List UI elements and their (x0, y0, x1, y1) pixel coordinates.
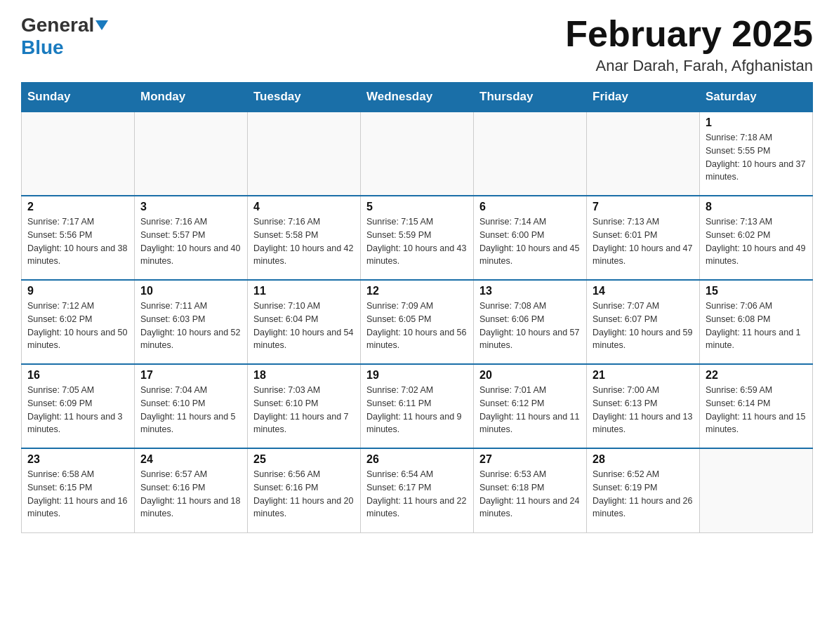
day-number: 26 (366, 453, 468, 466)
logo-triangle-icon (95, 20, 108, 30)
day-number: 21 (593, 369, 694, 382)
calendar-day-cell: 17Sunrise: 7:04 AM Sunset: 6:10 PM Dayli… (135, 364, 248, 448)
day-number: 6 (479, 201, 581, 213)
calendar-day-cell: 9Sunrise: 7:12 AM Sunset: 6:02 PM Daylig… (22, 280, 135, 364)
calendar-week-row: 2Sunrise: 7:17 AM Sunset: 5:56 PM Daylig… (22, 196, 813, 280)
day-number: 17 (140, 369, 241, 382)
calendar-day-cell: 19Sunrise: 7:02 AM Sunset: 6:11 PM Dayli… (361, 364, 474, 448)
day-number: 13 (479, 285, 581, 297)
calendar-day-cell: 7Sunrise: 7:13 AM Sunset: 6:01 PM Daylig… (587, 196, 700, 280)
day-info: Sunrise: 6:56 AM Sunset: 6:16 PM Dayligh… (253, 468, 355, 521)
day-number: 19 (366, 369, 468, 382)
day-info: Sunrise: 7:17 AM Sunset: 5:56 PM Dayligh… (27, 215, 128, 268)
day-info: Sunrise: 7:12 AM Sunset: 6:02 PM Dayligh… (27, 300, 128, 352)
svg-marker-0 (95, 20, 108, 30)
day-info: Sunrise: 7:08 AM Sunset: 6:06 PM Dayligh… (479, 300, 581, 352)
calendar-day-cell: 8Sunrise: 7:13 AM Sunset: 6:02 PM Daylig… (700, 196, 813, 280)
day-number: 16 (27, 369, 128, 382)
header-wednesday: Wednesday (361, 83, 474, 112)
day-info: Sunrise: 6:53 AM Sunset: 6:18 PM Dayligh… (479, 468, 581, 521)
calendar-day-cell: 11Sunrise: 7:10 AM Sunset: 6:04 PM Dayli… (248, 280, 361, 364)
day-number: 12 (366, 285, 468, 297)
day-number: 9 (27, 285, 128, 297)
day-info: Sunrise: 7:09 AM Sunset: 6:05 PM Dayligh… (366, 300, 468, 352)
calendar-day-cell: 18Sunrise: 7:03 AM Sunset: 6:10 PM Dayli… (248, 364, 361, 448)
calendar-day-cell (700, 448, 813, 532)
calendar-week-row: 1Sunrise: 7:18 AM Sunset: 5:55 PM Daylig… (22, 112, 813, 196)
logo-blue-text: Blue (21, 36, 64, 58)
header-saturday: Saturday (700, 83, 813, 112)
day-info: Sunrise: 6:52 AM Sunset: 6:19 PM Dayligh… (593, 468, 694, 521)
day-number: 14 (593, 285, 694, 297)
day-info: Sunrise: 7:13 AM Sunset: 6:01 PM Dayligh… (593, 215, 694, 268)
calendar-day-cell (474, 112, 587, 196)
day-number: 23 (27, 453, 128, 466)
calendar-day-cell: 3Sunrise: 7:16 AM Sunset: 5:57 PM Daylig… (135, 196, 248, 280)
calendar-day-cell: 26Sunrise: 6:54 AM Sunset: 6:17 PM Dayli… (361, 448, 474, 532)
day-number: 28 (593, 453, 694, 466)
day-number: 10 (140, 285, 241, 297)
calendar-day-cell: 4Sunrise: 7:16 AM Sunset: 5:58 PM Daylig… (248, 196, 361, 280)
calendar-day-cell: 14Sunrise: 7:07 AM Sunset: 6:07 PM Dayli… (587, 280, 700, 364)
day-info: Sunrise: 7:15 AM Sunset: 5:59 PM Dayligh… (366, 215, 468, 268)
day-number: 7 (593, 201, 694, 213)
calendar-day-cell: 1Sunrise: 7:18 AM Sunset: 5:55 PM Daylig… (700, 112, 813, 196)
day-number: 15 (706, 285, 807, 297)
day-info: Sunrise: 7:01 AM Sunset: 6:12 PM Dayligh… (479, 384, 581, 436)
day-number: 27 (479, 453, 581, 466)
day-number: 2 (27, 201, 128, 213)
calendar-day-cell: 21Sunrise: 7:00 AM Sunset: 6:13 PM Dayli… (587, 364, 700, 448)
day-info: Sunrise: 7:06 AM Sunset: 6:08 PM Dayligh… (706, 300, 807, 352)
calendar-title: February 2025 (565, 14, 813, 54)
calendar-day-cell: 24Sunrise: 6:57 AM Sunset: 6:16 PM Dayli… (135, 448, 248, 532)
day-number: 18 (253, 369, 355, 382)
header-friday: Friday (587, 83, 700, 112)
day-info: Sunrise: 6:58 AM Sunset: 6:15 PM Dayligh… (27, 468, 128, 521)
calendar-day-cell (587, 112, 700, 196)
calendar-day-cell: 25Sunrise: 6:56 AM Sunset: 6:16 PM Dayli… (248, 448, 361, 532)
calendar-day-cell: 27Sunrise: 6:53 AM Sunset: 6:18 PM Dayli… (474, 448, 587, 532)
day-number: 22 (706, 369, 807, 382)
day-number: 11 (253, 285, 355, 297)
calendar-day-cell: 28Sunrise: 6:52 AM Sunset: 6:19 PM Dayli… (587, 448, 700, 532)
day-info: Sunrise: 7:11 AM Sunset: 6:03 PM Dayligh… (140, 300, 241, 352)
calendar-day-cell (248, 112, 361, 196)
calendar-subtitle: Anar Darah, Farah, Afghanistan (565, 57, 813, 75)
calendar-day-cell: 10Sunrise: 7:11 AM Sunset: 6:03 PM Dayli… (135, 280, 248, 364)
header-thursday: Thursday (474, 83, 587, 112)
day-info: Sunrise: 7:03 AM Sunset: 6:10 PM Dayligh… (253, 384, 355, 436)
header-tuesday: Tuesday (248, 83, 361, 112)
day-number: 4 (253, 201, 355, 213)
day-info: Sunrise: 6:57 AM Sunset: 6:16 PM Dayligh… (140, 468, 241, 521)
calendar-day-cell: 16Sunrise: 7:05 AM Sunset: 6:09 PM Dayli… (22, 364, 135, 448)
calendar-day-cell: 12Sunrise: 7:09 AM Sunset: 6:05 PM Dayli… (361, 280, 474, 364)
day-info: Sunrise: 6:59 AM Sunset: 6:14 PM Dayligh… (706, 384, 807, 436)
day-info: Sunrise: 6:54 AM Sunset: 6:17 PM Dayligh… (366, 468, 468, 521)
calendar-day-cell: 5Sunrise: 7:15 AM Sunset: 5:59 PM Daylig… (361, 196, 474, 280)
calendar-week-row: 16Sunrise: 7:05 AM Sunset: 6:09 PM Dayli… (22, 364, 813, 448)
day-number: 1 (706, 116, 807, 129)
day-info: Sunrise: 7:16 AM Sunset: 5:58 PM Dayligh… (253, 215, 355, 268)
calendar-day-cell: 13Sunrise: 7:08 AM Sunset: 6:06 PM Dayli… (474, 280, 587, 364)
day-info: Sunrise: 7:18 AM Sunset: 5:55 PM Dayligh… (706, 131, 807, 184)
day-info: Sunrise: 7:02 AM Sunset: 6:11 PM Dayligh… (366, 384, 468, 436)
day-info: Sunrise: 7:10 AM Sunset: 6:04 PM Dayligh… (253, 300, 355, 352)
calendar-table: Sunday Monday Tuesday Wednesday Thursday… (21, 82, 813, 533)
calendar-day-cell: 2Sunrise: 7:17 AM Sunset: 5:56 PM Daylig… (22, 196, 135, 280)
day-number: 8 (706, 201, 807, 213)
calendar-day-cell: 23Sunrise: 6:58 AM Sunset: 6:15 PM Dayli… (22, 448, 135, 532)
day-info: Sunrise: 7:16 AM Sunset: 5:57 PM Dayligh… (140, 215, 241, 268)
day-info: Sunrise: 7:05 AM Sunset: 6:09 PM Dayligh… (27, 384, 128, 436)
calendar-day-cell: 15Sunrise: 7:06 AM Sunset: 6:08 PM Dayli… (700, 280, 813, 364)
calendar-week-row: 23Sunrise: 6:58 AM Sunset: 6:15 PM Dayli… (22, 448, 813, 532)
title-block: February 2025 Anar Darah, Farah, Afghani… (565, 14, 813, 75)
calendar-week-row: 9Sunrise: 7:12 AM Sunset: 6:02 PM Daylig… (22, 280, 813, 364)
calendar-day-cell (22, 112, 135, 196)
logo: General Blue (21, 14, 108, 59)
calendar-day-cell: 22Sunrise: 6:59 AM Sunset: 6:14 PM Dayli… (700, 364, 813, 448)
page-header: General Blue February 2025 Anar Darah, F… (21, 14, 813, 75)
calendar-day-cell (135, 112, 248, 196)
day-info: Sunrise: 7:13 AM Sunset: 6:02 PM Dayligh… (706, 215, 807, 268)
day-number: 5 (366, 201, 468, 213)
header-sunday: Sunday (22, 83, 135, 112)
